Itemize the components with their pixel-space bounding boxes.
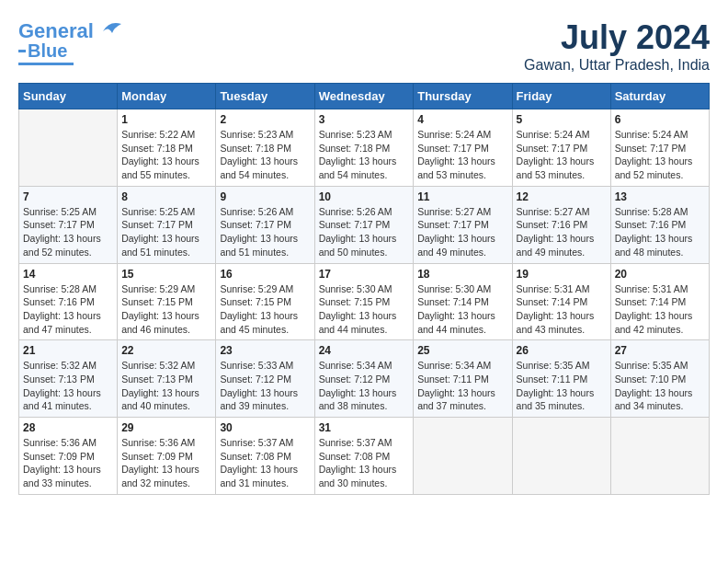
day-info: Sunrise: 5:32 AM Sunset: 7:13 PM Dayligh… [23, 359, 113, 413]
day-info: Sunrise: 5:30 AM Sunset: 7:14 PM Dayligh… [417, 282, 507, 337]
calendar-cell: 28Sunrise: 5:36 AM Sunset: 7:09 PM Dayli… [19, 418, 118, 495]
day-info: Sunrise: 5:36 AM Sunset: 7:09 PM Dayligh… [121, 436, 211, 490]
day-info: Sunrise: 5:28 AM Sunset: 7:16 PM Dayligh… [615, 205, 705, 259]
day-number: 9 [220, 190, 310, 203]
calendar-cell: 30Sunrise: 5:37 AM Sunset: 7:08 PM Dayli… [216, 418, 314, 495]
day-number: 30 [220, 421, 310, 434]
day-number: 15 [121, 268, 211, 281]
day-number: 12 [517, 190, 607, 203]
calendar-week-row: 21Sunrise: 5:32 AM Sunset: 7:13 PM Dayli… [19, 340, 710, 418]
day-info: Sunrise: 5:35 AM Sunset: 7:11 PM Dayligh… [517, 359, 607, 413]
calendar-cell: 12Sunrise: 5:27 AM Sunset: 7:16 PM Dayli… [512, 186, 610, 263]
column-header-friday: Friday [512, 84, 610, 109]
calendar-cell: 6Sunrise: 5:24 AM Sunset: 7:17 PM Daylig… [610, 109, 709, 187]
day-number: 8 [121, 190, 211, 203]
day-info: Sunrise: 5:26 AM Sunset: 7:17 PM Dayligh… [220, 205, 310, 259]
calendar-cell: 22Sunrise: 5:32 AM Sunset: 7:13 PM Dayli… [118, 340, 216, 418]
day-info: Sunrise: 5:25 AM Sunset: 7:17 PM Dayligh… [23, 205, 113, 259]
day-number: 17 [319, 268, 410, 281]
day-number: 16 [220, 268, 310, 281]
calendar-cell: 8Sunrise: 5:25 AM Sunset: 7:17 PM Daylig… [118, 186, 216, 263]
day-info: Sunrise: 5:30 AM Sunset: 7:15 PM Dayligh… [319, 282, 410, 337]
day-info: Sunrise: 5:37 AM Sunset: 7:08 PM Dayligh… [220, 436, 310, 490]
day-info: Sunrise: 5:36 AM Sunset: 7:09 PM Dayligh… [23, 436, 113, 490]
day-number: 22 [121, 344, 211, 357]
day-number: 11 [417, 190, 507, 203]
logo-blue-text: Blue [28, 40, 67, 61]
calendar-cell: 10Sunrise: 5:26 AM Sunset: 7:17 PM Dayli… [314, 186, 414, 263]
calendar-header-row: SundayMondayTuesdayWednesdayThursdayFrid… [19, 84, 710, 109]
day-number: 1 [121, 113, 211, 126]
column-header-saturday: Saturday [610, 84, 709, 109]
day-number: 29 [121, 421, 211, 434]
calendar-cell: 18Sunrise: 5:30 AM Sunset: 7:14 PM Dayli… [414, 263, 512, 340]
day-info: Sunrise: 5:26 AM Sunset: 7:17 PM Dayligh… [319, 205, 410, 259]
logo-bird-icon [96, 18, 123, 44]
calendar-cell: 20Sunrise: 5:31 AM Sunset: 7:14 PM Dayli… [610, 263, 709, 340]
calendar-table: SundayMondayTuesdayWednesdayThursdayFrid… [18, 83, 710, 495]
day-info: Sunrise: 5:28 AM Sunset: 7:16 PM Dayligh… [23, 282, 113, 337]
day-info: Sunrise: 5:33 AM Sunset: 7:12 PM Dayligh… [220, 359, 310, 413]
day-info: Sunrise: 5:32 AM Sunset: 7:13 PM Dayligh… [121, 359, 211, 413]
calendar-cell [19, 109, 118, 187]
calendar-cell: 21Sunrise: 5:32 AM Sunset: 7:13 PM Dayli… [19, 340, 118, 418]
calendar-cell: 15Sunrise: 5:29 AM Sunset: 7:15 PM Dayli… [118, 263, 216, 340]
calendar-cell: 4Sunrise: 5:24 AM Sunset: 7:17 PM Daylig… [414, 109, 512, 187]
calendar-cell: 17Sunrise: 5:30 AM Sunset: 7:15 PM Dayli… [314, 263, 414, 340]
day-number: 25 [417, 344, 507, 357]
month-year-title: July 2024 [524, 18, 710, 57]
column-header-sunday: Sunday [19, 84, 118, 109]
day-info: Sunrise: 5:23 AM Sunset: 7:18 PM Dayligh… [319, 128, 410, 182]
page-header: General Blue July 2024 Gawan, Uttar Prad… [18, 18, 710, 74]
calendar-cell: 29Sunrise: 5:36 AM Sunset: 7:09 PM Dayli… [118, 418, 216, 495]
logo: General Blue [18, 18, 123, 65]
day-number: 20 [615, 268, 705, 281]
day-info: Sunrise: 5:27 AM Sunset: 7:16 PM Dayligh… [517, 205, 607, 259]
day-number: 31 [319, 421, 410, 434]
location-subtitle: Gawan, Uttar Pradesh, India [524, 57, 710, 74]
calendar-cell: 24Sunrise: 5:34 AM Sunset: 7:12 PM Dayli… [314, 340, 414, 418]
day-number: 10 [319, 190, 410, 203]
day-info: Sunrise: 5:29 AM Sunset: 7:15 PM Dayligh… [121, 282, 211, 337]
day-info: Sunrise: 5:27 AM Sunset: 7:17 PM Dayligh… [417, 205, 507, 259]
day-number: 26 [517, 344, 607, 357]
day-info: Sunrise: 5:24 AM Sunset: 7:17 PM Dayligh… [615, 128, 705, 182]
calendar-cell: 13Sunrise: 5:28 AM Sunset: 7:16 PM Dayli… [610, 186, 709, 263]
day-number: 3 [319, 113, 410, 126]
calendar-cell: 23Sunrise: 5:33 AM Sunset: 7:12 PM Dayli… [216, 340, 314, 418]
day-info: Sunrise: 5:23 AM Sunset: 7:18 PM Dayligh… [220, 128, 310, 182]
calendar-week-row: 28Sunrise: 5:36 AM Sunset: 7:09 PM Dayli… [19, 418, 710, 495]
calendar-cell: 14Sunrise: 5:28 AM Sunset: 7:16 PM Dayli… [19, 263, 118, 340]
day-number: 18 [417, 268, 507, 281]
day-info: Sunrise: 5:35 AM Sunset: 7:10 PM Dayligh… [615, 359, 705, 413]
day-info: Sunrise: 5:37 AM Sunset: 7:08 PM Dayligh… [319, 436, 410, 490]
day-number: 4 [417, 113, 507, 126]
day-number: 24 [319, 344, 410, 357]
calendar-week-row: 7Sunrise: 5:25 AM Sunset: 7:17 PM Daylig… [19, 186, 710, 263]
day-number: 7 [23, 190, 113, 203]
day-number: 21 [23, 344, 113, 357]
calendar-cell: 2Sunrise: 5:23 AM Sunset: 7:18 PM Daylig… [216, 109, 314, 187]
day-info: Sunrise: 5:22 AM Sunset: 7:18 PM Dayligh… [121, 128, 211, 182]
calendar-week-row: 1Sunrise: 5:22 AM Sunset: 7:18 PM Daylig… [19, 109, 710, 187]
calendar-cell: 1Sunrise: 5:22 AM Sunset: 7:18 PM Daylig… [118, 109, 216, 187]
calendar-cell: 11Sunrise: 5:27 AM Sunset: 7:17 PM Dayli… [414, 186, 512, 263]
column-header-thursday: Thursday [414, 84, 512, 109]
day-info: Sunrise: 5:31 AM Sunset: 7:14 PM Dayligh… [517, 282, 607, 337]
calendar-cell: 3Sunrise: 5:23 AM Sunset: 7:18 PM Daylig… [314, 109, 414, 187]
calendar-cell [512, 418, 610, 495]
calendar-cell: 19Sunrise: 5:31 AM Sunset: 7:14 PM Dayli… [512, 263, 610, 340]
day-number: 14 [23, 268, 113, 281]
day-info: Sunrise: 5:34 AM Sunset: 7:11 PM Dayligh… [417, 359, 507, 413]
column-header-monday: Monday [118, 84, 216, 109]
day-number: 6 [615, 113, 705, 126]
calendar-cell [610, 418, 709, 495]
calendar-cell [414, 418, 512, 495]
column-header-tuesday: Tuesday [216, 84, 314, 109]
day-number: 23 [220, 344, 310, 357]
day-info: Sunrise: 5:29 AM Sunset: 7:15 PM Dayligh… [220, 282, 310, 337]
logo-text: General [18, 20, 94, 42]
day-number: 28 [23, 421, 113, 434]
day-number: 13 [615, 190, 705, 203]
day-number: 19 [517, 268, 607, 281]
